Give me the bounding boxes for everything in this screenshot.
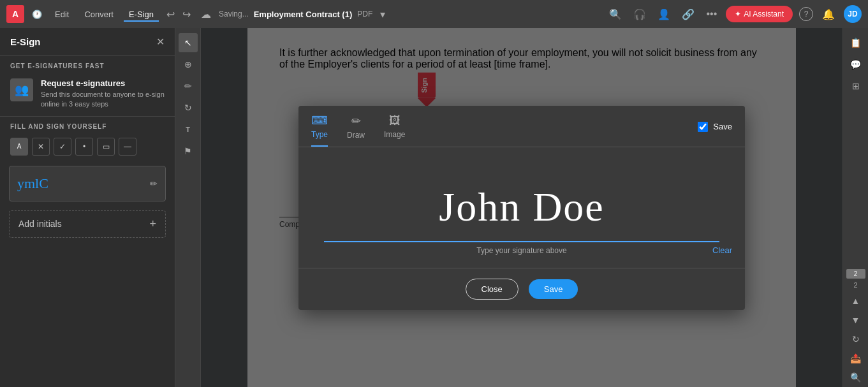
type-tab-icon: ⌨: [311, 113, 328, 128]
add-initials-label: Add initials: [18, 219, 62, 229]
ai-assistant-button[interactable]: ✦ AI Assistant: [726, 6, 793, 22]
bell-icon[interactable]: 🔔: [820, 6, 837, 23]
type-hint: Type your signature above: [476, 246, 566, 255]
section-label-1: GET E-SIGNATURES FAST: [0, 56, 175, 72]
doc-wrapper: It is further acknowledged that upon ter…: [201, 28, 842, 387]
add-initials-icon[interactable]: +: [149, 217, 156, 231]
dropdown-icon[interactable]: ▾: [378, 6, 388, 23]
signature-display: John Doe: [439, 184, 605, 231]
page-number-2: 2: [846, 281, 865, 289]
export-icon[interactable]: 📤: [846, 349, 865, 368]
document-title: Employment Contract (1): [254, 10, 353, 19]
redo-icon[interactable]: ↪: [180, 6, 193, 23]
image-tab-icon: 🖼: [389, 114, 401, 128]
refresh-icon[interactable]: ↻: [846, 330, 865, 349]
clear-button[interactable]: Clear: [712, 245, 732, 255]
more-icon[interactable]: •••: [703, 6, 719, 22]
cloud-icon: ☁: [198, 6, 214, 23]
left-sidebar-tools: ↖ ⊕ ✏ ↻ T ⚑: [175, 28, 201, 387]
modal-save-area: Save: [698, 122, 732, 138]
draw-tab-label: Draw: [347, 131, 365, 140]
search-icon[interactable]: 🔍: [607, 6, 624, 23]
person-icon[interactable]: 👤: [655, 6, 673, 23]
right-bottom-tools: 2 2 ▲ ▼ ↻ 📤 🔍: [846, 269, 865, 387]
page-number-badge: 2: [846, 269, 865, 279]
fill-tools: A ✕ ✓ • ▭ —: [0, 133, 175, 161]
help-icon[interactable]: ?: [799, 7, 813, 21]
right-form-icon[interactable]: 📋: [846, 33, 865, 52]
image-tab-label: Image: [384, 130, 405, 139]
right-comment-icon[interactable]: 💬: [846, 55, 865, 74]
tab-image[interactable]: 🖼 Image: [384, 114, 405, 145]
modal-save-button[interactable]: Save: [529, 279, 578, 299]
rotate-tool[interactable]: ↻: [179, 98, 198, 117]
link-icon[interactable]: 🔗: [679, 6, 697, 23]
text-tool-btn[interactable]: A: [10, 138, 28, 156]
rect-tool-btn[interactable]: ▭: [97, 138, 115, 156]
document-area: It is further acknowledged that upon ter…: [201, 28, 842, 387]
line-tool-btn[interactable]: —: [119, 138, 136, 156]
request-title: Request e-signatures: [41, 78, 165, 88]
pencil-tool[interactable]: ✏: [179, 77, 198, 96]
ai-btn-label: AI Assistant: [744, 10, 784, 18]
add-initials-row[interactable]: Add initials +: [9, 210, 166, 238]
ai-icon: ✦: [735, 10, 741, 18]
scroll-down-icon[interactable]: ▼: [846, 310, 865, 330]
nav-edit[interactable]: Edit: [50, 7, 74, 22]
cursor-tool[interactable]: ↖: [179, 33, 198, 52]
request-esignatures[interactable]: 👥 Request e-signatures Send this documen…: [0, 72, 175, 117]
panel-header: E-Sign ✕: [0, 28, 175, 56]
edit-signature-icon[interactable]: ✏: [150, 179, 158, 189]
signature-modal: ⌨ Type ✏ Draw 🖼 Image: [298, 106, 745, 310]
right-grid-icon[interactable]: ⊞: [846, 77, 865, 96]
scroll-up-icon[interactable]: ▲: [846, 291, 865, 310]
acrobat-logo: A: [6, 5, 24, 23]
nav-esign[interactable]: E-Sign: [124, 7, 159, 22]
modal-close-button[interactable]: Close: [466, 279, 519, 300]
doc-format: PDF: [357, 10, 372, 18]
request-text: Request e-signatures Send this document …: [41, 78, 165, 110]
section-label-2: FILL AND SIGN YOURSELF: [0, 117, 175, 133]
top-toolbar: A 🕐 Edit Convert E-Sign ↩ ↪ ☁ Saving... …: [0, 0, 868, 28]
modal-overlay: ⌨ Type ✏ Draw 🖼 Image: [201, 28, 842, 387]
undo-redo-group: ↩ ↪: [164, 6, 193, 23]
save-checkbox[interactable]: [698, 122, 708, 132]
saving-status: Saving...: [219, 10, 249, 18]
request-desc: Send this document to anyone to e-sign o…: [41, 90, 165, 110]
esign-panel: E-Sign ✕ GET E-SIGNATURES FAST 👥 Request…: [0, 28, 175, 387]
type-tab-label: Type: [311, 130, 328, 139]
check-tool-btn[interactable]: ✓: [54, 138, 71, 156]
draw-tab-icon: ✏: [351, 114, 361, 128]
toolbar-right: 🔍 🎧 👤 🔗 ••• ✦ AI Assistant ? 🔔 JD: [607, 5, 862, 23]
signature-input-area[interactable]: John Doe Type your signature above Clear: [298, 147, 745, 268]
signature-box[interactable]: ymlC ✏: [9, 166, 166, 201]
history-icon[interactable]: 🕐: [29, 7, 45, 22]
main-layout: E-Sign ✕ GET E-SIGNATURES FAST 👥 Request…: [0, 28, 868, 387]
signature-preview: ymlC: [17, 175, 48, 192]
dot-tool-btn[interactable]: •: [75, 138, 93, 156]
tab-type[interactable]: ⌨ Type: [311, 113, 328, 147]
headphones-icon[interactable]: 🎧: [631, 6, 649, 23]
cross-tool-btn[interactable]: ✕: [32, 138, 50, 156]
modal-footer: Close Save: [298, 268, 745, 310]
avatar[interactable]: JD: [844, 5, 862, 23]
undo-icon[interactable]: ↩: [164, 6, 177, 23]
text-tool[interactable]: T: [179, 120, 198, 139]
right-panel: 📋 💬 ⊞ 2 2 ▲ ▼ ↻ 📤 🔍: [842, 28, 868, 387]
tab-draw[interactable]: ✏ Draw: [347, 114, 365, 146]
panel-close-icon[interactable]: ✕: [156, 36, 165, 48]
save-label: Save: [713, 122, 732, 131]
zoom-out-icon[interactable]: 🔍: [846, 368, 865, 387]
modal-tabs: ⌨ Type ✏ Draw 🖼 Image: [298, 106, 745, 147]
panel-title: E-Sign: [10, 36, 41, 47]
nav-convert[interactable]: Convert: [79, 7, 119, 22]
request-icon: 👥: [10, 78, 33, 101]
signature-underline: [324, 241, 719, 242]
zoom-tool[interactable]: ⊕: [179, 55, 198, 74]
stamp-tool[interactable]: ⚑: [179, 142, 198, 161]
